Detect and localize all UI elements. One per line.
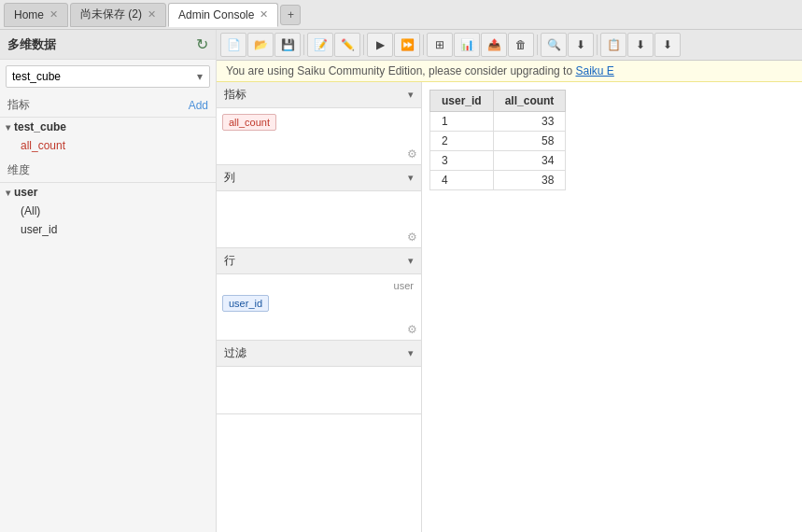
metrics-add-button[interactable]: Add bbox=[189, 99, 208, 112]
cell-user-id: 1 bbox=[430, 112, 494, 132]
tab-admin-console[interactable]: Admin Console ✕ bbox=[168, 3, 278, 27]
toolbar-sep3 bbox=[423, 35, 424, 55]
tab-unsaved-label: 尚未保存 (2) bbox=[80, 7, 142, 22]
refresh-icon[interactable]: ↻ bbox=[196, 35, 208, 53]
tab-bar: Home ✕ 尚未保存 (2) ✕ Admin Console ✕ + bbox=[0, 0, 802, 30]
dimensions-label: 维度 bbox=[7, 162, 30, 178]
notice-link[interactable]: Saiku E bbox=[575, 64, 613, 77]
metrics-panel-content: all_count ⚙ bbox=[217, 108, 421, 164]
toolbar-download-btn[interactable]: ⬇ bbox=[568, 33, 594, 57]
tree-user-arrow-icon: ▾ bbox=[6, 188, 10, 198]
toolbar-export2-btn[interactable]: 📋 bbox=[600, 33, 626, 57]
tree-item-user-id-label: user_id bbox=[21, 223, 57, 236]
toolbar-save-btn[interactable]: 💾 bbox=[274, 33, 301, 57]
columns-panel: 列 ▾ ⚙ bbox=[217, 165, 421, 248]
search-icon: 🔍 bbox=[547, 38, 561, 51]
toolbar-download3-btn[interactable]: ⬇ bbox=[654, 33, 681, 57]
folder-icon: 📂 bbox=[254, 38, 268, 51]
toolbar-run-btn[interactable]: ▶ bbox=[367, 33, 393, 57]
download3-icon: ⬇ bbox=[663, 38, 672, 51]
toolbar-note-btn[interactable]: 📝 bbox=[307, 33, 333, 57]
columns-panel-content: ⚙ bbox=[217, 191, 421, 247]
sidebar-header: 多维数据 ↻ bbox=[0, 30, 216, 60]
rows-panel-header[interactable]: 行 ▾ bbox=[217, 248, 421, 274]
tab-home[interactable]: Home ✕ bbox=[4, 3, 68, 27]
download2-icon: ⬇ bbox=[636, 38, 645, 51]
notice-text: You are using Saiku Community Edition, p… bbox=[226, 64, 575, 77]
tab-unsaved[interactable]: 尚未保存 (2) ✕ bbox=[70, 3, 166, 27]
results-header-row: user_id all_count bbox=[430, 91, 566, 112]
table-row: 258 bbox=[430, 132, 566, 151]
tree-item-user[interactable]: ▾ user bbox=[0, 183, 216, 202]
toolbar-search-btn[interactable]: 🔍 bbox=[541, 33, 567, 57]
new-file-icon: 📄 bbox=[227, 38, 241, 51]
rows-row-label: user bbox=[220, 278, 417, 293]
table-row: 438 bbox=[430, 171, 566, 190]
columns-panel-header[interactable]: 列 ▾ bbox=[217, 165, 421, 191]
download-icon: ⬇ bbox=[576, 38, 585, 51]
tree-item-user-id[interactable]: user_id bbox=[0, 220, 216, 239]
filter-panel-title: 过滤 bbox=[224, 345, 246, 361]
tab-add-icon: + bbox=[288, 8, 294, 21]
columns-settings-icon: ⚙ bbox=[407, 231, 417, 244]
table-row: 133 bbox=[430, 112, 566, 132]
cell-user-id: 3 bbox=[430, 151, 494, 171]
metrics-panel-title: 指标 bbox=[224, 87, 246, 103]
rows-panel: 行 ▾ user user_id ⚙ bbox=[217, 248, 421, 341]
table-row: 334 bbox=[430, 151, 566, 171]
toolbar-sep1 bbox=[303, 35, 304, 55]
toolbar-folder-btn[interactable]: 📂 bbox=[247, 33, 274, 57]
chart-icon: 📊 bbox=[460, 38, 474, 51]
toolbar-run-all-btn[interactable]: ⏩ bbox=[394, 33, 420, 57]
tree-item-user-label: user bbox=[14, 186, 37, 199]
tab-admin-console-close[interactable]: ✕ bbox=[260, 8, 268, 21]
tree-item-all[interactable]: (All) bbox=[0, 202, 216, 220]
results-area: user_id all_count 133258334438 bbox=[422, 82, 802, 532]
export2-icon: 📋 bbox=[607, 38, 621, 51]
export-icon: 📤 bbox=[487, 38, 501, 51]
metrics-panel-header[interactable]: 指标 ▾ bbox=[217, 82, 421, 108]
cell-all-count: 33 bbox=[493, 112, 566, 132]
tab-unsaved-close[interactable]: ✕ bbox=[148, 8, 156, 21]
cell-all-count: 58 bbox=[493, 132, 566, 151]
rows-user-id-tag[interactable]: user_id bbox=[222, 295, 269, 312]
filter-panel: 过滤 ▾ bbox=[217, 341, 421, 414]
cell-user-id: 4 bbox=[430, 171, 494, 190]
save-icon: 💾 bbox=[281, 38, 295, 51]
run-all-icon: ⏩ bbox=[401, 38, 415, 51]
notice-bar: You are using Saiku Community Edition, p… bbox=[217, 61, 802, 82]
results-header-all-count: all_count bbox=[493, 91, 566, 112]
tree-arrow-icon: ▾ bbox=[6, 122, 10, 133]
toolbar-download2-btn[interactable]: ⬇ bbox=[627, 33, 654, 57]
cell-all-count: 34 bbox=[493, 151, 566, 171]
grid-icon: ⊞ bbox=[435, 38, 444, 51]
filter-panel-content bbox=[217, 367, 421, 413]
dimensions-section-header: 维度 bbox=[0, 159, 216, 183]
tree-item-all-count[interactable]: all_count bbox=[0, 136, 216, 155]
toolbar-export-btn[interactable]: 📤 bbox=[481, 33, 507, 57]
metrics-section-header: 指标 Add bbox=[0, 93, 216, 118]
cube-select[interactable]: test_cube bbox=[6, 65, 210, 88]
toolbar-edit-btn[interactable]: ✏️ bbox=[334, 33, 360, 57]
toolbar-sep5 bbox=[597, 35, 598, 55]
filter-panel-header[interactable]: 过滤 ▾ bbox=[217, 341, 421, 367]
content-area: 📄 📂 💾 📝 ✏️ ▶ ⏩ ⊞ 📊 📤 🗑 🔍 ⬇ 📋 ⬇ ⬇ You are… bbox=[217, 30, 802, 532]
sidebar-title: 多维数据 bbox=[7, 36, 56, 53]
metrics-panel-arrow-icon: ▾ bbox=[408, 89, 414, 101]
tree-item-test-cube[interactable]: ▾ test_cube bbox=[0, 118, 216, 136]
toolbar-new-btn[interactable]: 📄 bbox=[220, 33, 246, 57]
metrics-all-count-tag[interactable]: all_count bbox=[222, 114, 276, 131]
tab-home-close[interactable]: ✕ bbox=[49, 8, 58, 21]
cell-user-id: 2 bbox=[430, 132, 494, 151]
main-layout: 多维数据 ↻ test_cube 指标 Add ▾ test_cube all_… bbox=[0, 30, 802, 532]
rows-panel-arrow-icon: ▾ bbox=[408, 255, 414, 267]
run-icon: ▶ bbox=[376, 38, 385, 51]
metrics-label: 指标 bbox=[7, 97, 30, 113]
metrics-settings-icon: ⚙ bbox=[407, 147, 417, 161]
toolbar-chart-btn[interactable]: 📊 bbox=[454, 33, 480, 57]
toolbar-sep4 bbox=[537, 35, 538, 55]
toolbar-delete-btn[interactable]: 🗑 bbox=[508, 33, 534, 57]
columns-panel-arrow-icon: ▾ bbox=[408, 172, 414, 184]
toolbar-grid-btn[interactable]: ⊞ bbox=[427, 33, 453, 57]
tab-add-button[interactable]: + bbox=[280, 5, 301, 25]
